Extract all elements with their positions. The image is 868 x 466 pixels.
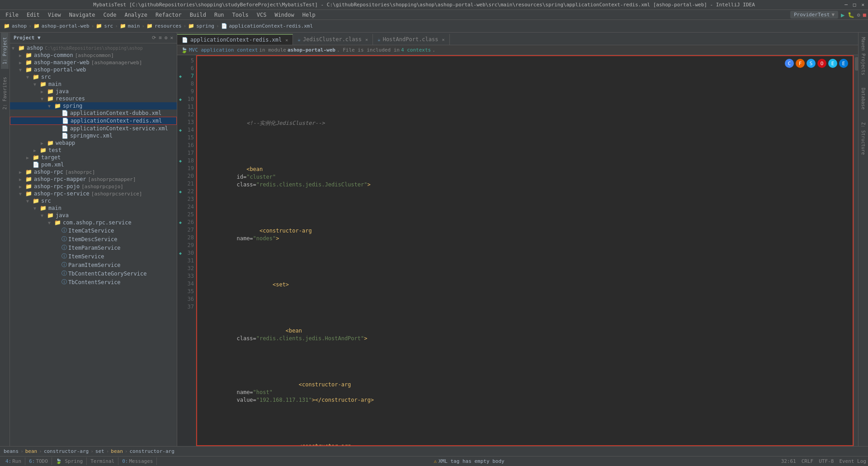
- tree-item-java[interactable]: ▶ 📁 java: [10, 88, 177, 95]
- tree-item-webapp[interactable]: ▶ 📁 webapp: [10, 139, 177, 147]
- coverage-button[interactable]: ⚙: [857, 12, 860, 18]
- firefox-icon[interactable]: F: [796, 59, 805, 68]
- menu-item-help[interactable]: Help: [299, 11, 319, 19]
- tree-item-springmvc-xml[interactable]: 📄 springmvc.xml: [10, 132, 177, 139]
- todo-tab[interactable]: 6: TODO: [25, 457, 52, 465]
- code-content-area[interactable]: <!--实例化JedisCluster--> <bean id="cluster…: [196, 55, 854, 446]
- menu-item-view[interactable]: View: [44, 11, 65, 19]
- tab-hostandport-class[interactable]: ☕ HostAndPort.class ✕: [373, 34, 449, 45]
- vtab-project[interactable]: 1: Project: [1, 33, 9, 69]
- tree-item-rpc-pojo[interactable]: ▶ 📁 ashop-rpc-pojo [ashoprpcpojo]: [10, 183, 177, 190]
- menu-item-analyze[interactable]: Analyze: [121, 11, 151, 19]
- encoding-indicator[interactable]: UTF-8: [819, 458, 834, 464]
- tree-item-item-service[interactable]: ⓘ ItemService: [10, 252, 177, 261]
- editor-scrollbar[interactable]: [854, 55, 858, 446]
- crlf-indicator[interactable]: CRLF: [802, 458, 814, 464]
- tree-item-itemparam-service[interactable]: ⓘ ItemParamService: [10, 243, 177, 252]
- menu-item-tools[interactable]: Tools: [229, 11, 252, 19]
- tree-item-itemdesc-service[interactable]: ⓘ ItemDescService: [10, 235, 177, 243]
- ie-icon[interactable]: E: [828, 59, 837, 68]
- tab-close-button[interactable]: ✕: [285, 38, 288, 43]
- tree-item-ashop-portal[interactable]: ▼ 📁 ashop-portal-web: [10, 66, 177, 73]
- breadcrumb-spring[interactable]: spring: [196, 23, 214, 29]
- tree-item-spring[interactable]: ▼ 📁 spring: [10, 102, 177, 109]
- tree-item-content-service[interactable]: ⓘ TbContentService: [10, 278, 177, 286]
- tab-redis-xml[interactable]: 📄 applicationContext-redis.xml ✕: [177, 34, 293, 45]
- run-config-selector[interactable]: ProviderTest ▼: [790, 11, 838, 19]
- messages-tab[interactable]: 0: Messages: [118, 457, 157, 465]
- maximize-button[interactable]: □: [853, 2, 856, 8]
- tree-item-rpc-java[interactable]: ▼ 📁 java: [10, 212, 177, 219]
- menu-item-build[interactable]: Build: [186, 11, 210, 19]
- vtab-favorites[interactable]: 2: Favorites: [1, 72, 9, 114]
- breadcrumb-portal-web[interactable]: ashop-portal-web: [42, 23, 90, 29]
- breadcrumb-src[interactable]: src: [104, 23, 113, 29]
- collapse-icon[interactable]: ≡: [159, 35, 162, 41]
- breadcrumb-bean1[interactable]: bean: [25, 448, 38, 454]
- tree-item-itemcat-service[interactable]: ⓘ ItemCatService: [10, 226, 177, 235]
- breadcrumb-constructor-arg1[interactable]: constructor-arg: [44, 448, 89, 454]
- hide-icon[interactable]: ✕: [170, 35, 173, 41]
- tree-item-target[interactable]: ▶ 📁 target: [10, 154, 177, 161]
- breadcrumb-file[interactable]: applicationContext-redis.xml: [229, 23, 313, 29]
- breadcrumb-bean2[interactable]: bean: [111, 448, 123, 454]
- menu-item-navigate[interactable]: Navigate: [66, 11, 99, 19]
- close-button[interactable]: ✕: [861, 2, 864, 8]
- breadcrumb-constructor-arg2[interactable]: constructor-arg: [129, 448, 174, 454]
- menu-item-vcs[interactable]: VCS: [253, 11, 270, 19]
- tree-item-rpc-src[interactable]: ▼ 📁 src: [10, 197, 177, 204]
- minimize-button[interactable]: ─: [844, 2, 848, 8]
- context-count[interactable]: 4 contexts: [401, 47, 431, 53]
- menu-item-edit[interactable]: Edit: [23, 11, 43, 19]
- breadcrumb-main[interactable]: main: [128, 23, 140, 29]
- tree-item-service-xml[interactable]: 📄 applicationContext-service.xml: [10, 125, 177, 132]
- tree-item-contentcategory-service[interactable]: ⓘ TbContentCateGoryService: [10, 269, 177, 278]
- vtab-structure[interactable]: Z: Structure: [859, 118, 867, 159]
- tree-item-ashop-manager[interactable]: ▶ 📁 ashop-manager-web [ashopmanagerweb]: [10, 59, 177, 66]
- mvc-context-link[interactable]: MVC application context: [189, 47, 258, 53]
- tree-item-redis-xml[interactable]: 📄 applicationContext-redis.xml: [10, 117, 177, 125]
- spring-tab[interactable]: 🍃 Spring: [52, 457, 87, 465]
- breadcrumb-set[interactable]: set: [95, 448, 104, 454]
- menu-item-code[interactable]: Code: [100, 11, 120, 19]
- scrollbar-thumb[interactable]: [855, 57, 858, 71]
- menu-item-window[interactable]: Window: [271, 11, 297, 19]
- menu-item-refactor[interactable]: Refactor: [152, 11, 185, 19]
- tree-item-ashop-rpc[interactable]: ▶ 📁 ashop-rpc [ashoprpc]: [10, 168, 177, 176]
- event-log-link[interactable]: Event Log: [839, 458, 866, 464]
- vtab-database[interactable]: Database: [859, 83, 867, 114]
- tree-item-test[interactable]: ▶ 📁 test: [10, 147, 177, 154]
- tree-item-rpc-service[interactable]: ▼ 📁 ashop-rpc-service [ashoprpcservice]: [10, 190, 177, 197]
- debug-button[interactable]: 🐛: [848, 12, 854, 18]
- tree-item-rpc-main[interactable]: ▼ 📁 main: [10, 204, 177, 212]
- tree-item-resources[interactable]: ▼ 📁 resources: [10, 95, 177, 102]
- safari-icon[interactable]: S: [807, 59, 816, 68]
- tree-item-ashop[interactable]: ▼ 📁 ashop C:\githubRepositories\shopping…: [10, 44, 177, 52]
- tree-item-rpc-mapper[interactable]: ▶ 📁 ashop-rpc-mapper [ashoprpcmapper]: [10, 176, 177, 183]
- sync-icon[interactable]: ⟳: [152, 35, 156, 41]
- tab-close-button[interactable]: ✕: [442, 37, 444, 42]
- tab-close-button[interactable]: ✕: [365, 37, 368, 42]
- menu-item-file[interactable]: File: [2, 11, 22, 19]
- tree-item-src[interactable]: ▼ 📁 src: [10, 73, 177, 81]
- tree-item-rpc-package[interactable]: ▼ 📁 com.ashop.rpc.service: [10, 219, 177, 226]
- run-button[interactable]: ▶: [841, 11, 844, 19]
- tree-item-main[interactable]: ▼ 📁 main: [10, 81, 177, 88]
- run-tab[interactable]: 4: Run: [2, 457, 25, 465]
- tree-item-pom-xml[interactable]: 📄 pom.xml: [10, 161, 177, 168]
- vtab-maven[interactable]: Maven Projects: [859, 33, 867, 80]
- stop-button[interactable]: ■: [863, 12, 866, 18]
- tab-jediscluster-class[interactable]: ☕ JedisCluster.class ✕: [293, 34, 373, 45]
- breadcrumb-beans[interactable]: beans: [4, 448, 19, 454]
- tree-item-ashop-common[interactable]: ▶ 📁 ashop-common [ashopcommon]: [10, 52, 177, 59]
- menu-item-run[interactable]: Run: [211, 11, 228, 19]
- opera-icon[interactable]: O: [817, 59, 826, 68]
- tree-item-dubbo-xml[interactable]: 📄 applicationContext-dubbo.xml: [10, 109, 177, 117]
- breadcrumb-resources[interactable]: resources: [155, 23, 182, 29]
- gear-icon[interactable]: ⚙: [165, 35, 168, 41]
- breadcrumb-ashop[interactable]: ashop: [12, 23, 27, 29]
- terminal-tab[interactable]: Terminal: [87, 457, 118, 465]
- chrome-icon[interactable]: C: [785, 59, 794, 68]
- edge-icon[interactable]: E: [839, 59, 848, 68]
- tree-item-paramitem-service[interactable]: ⓘ ParamItemService: [10, 261, 177, 269]
